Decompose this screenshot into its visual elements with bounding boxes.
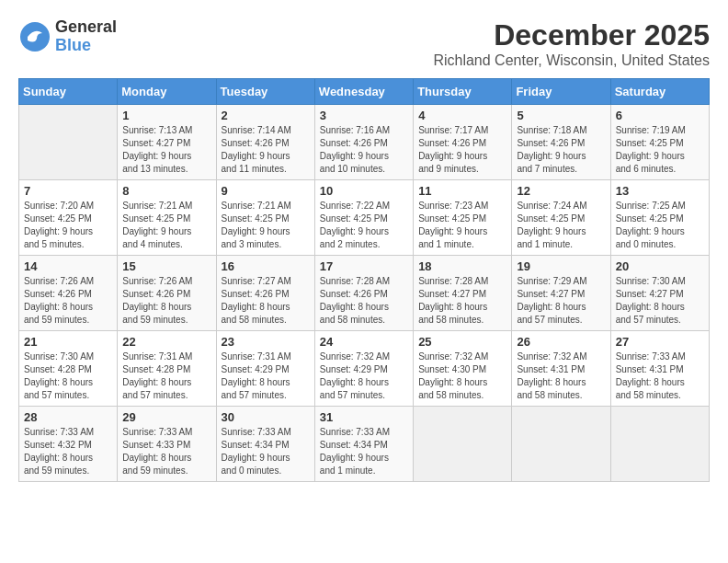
calendar-cell: 9Sunrise: 7:21 AM Sunset: 4:25 PM Daylig…	[216, 180, 314, 256]
day-number: 17	[320, 259, 408, 273]
header-day-monday: Monday	[118, 79, 216, 105]
calendar-body: 1Sunrise: 7:13 AM Sunset: 4:27 PM Daylig…	[19, 105, 710, 482]
day-info: Sunrise: 7:28 AM Sunset: 4:26 PM Dayligh…	[320, 275, 408, 327]
calendar-header: SundayMondayTuesdayWednesdayThursdayFrid…	[19, 79, 710, 105]
calendar-week-3: 14Sunrise: 7:26 AM Sunset: 4:26 PM Dayli…	[19, 256, 710, 331]
day-info: Sunrise: 7:32 AM Sunset: 4:31 PM Dayligh…	[517, 350, 605, 402]
day-info: Sunrise: 7:27 AM Sunset: 4:26 PM Dayligh…	[222, 275, 310, 327]
day-number: 16	[222, 259, 310, 273]
calendar-week-4: 21Sunrise: 7:30 AM Sunset: 4:28 PM Dayli…	[19, 331, 710, 407]
day-number: 24	[320, 335, 408, 349]
calendar-cell: 24Sunrise: 7:32 AM Sunset: 4:29 PM Dayli…	[314, 331, 413, 407]
calendar-cell: 21Sunrise: 7:30 AM Sunset: 4:28 PM Dayli…	[19, 331, 118, 407]
day-info: Sunrise: 7:30 AM Sunset: 4:28 PM Dayligh…	[24, 350, 112, 402]
logo-icon	[18, 20, 51, 53]
calendar-cell: 1Sunrise: 7:13 AM Sunset: 4:27 PM Daylig…	[118, 105, 216, 180]
day-number: 25	[418, 335, 506, 349]
day-info: Sunrise: 7:32 AM Sunset: 4:29 PM Dayligh…	[320, 350, 408, 402]
calendar-cell: 20Sunrise: 7:30 AM Sunset: 4:27 PM Dayli…	[610, 256, 709, 331]
day-number: 8	[122, 184, 210, 198]
title-section: December 2025 Richland Center, Wisconsin…	[433, 18, 710, 69]
day-info: Sunrise: 7:26 AM Sunset: 4:26 PM Dayligh…	[122, 275, 210, 327]
header-row: SundayMondayTuesdayWednesdayThursdayFrid…	[19, 79, 710, 105]
day-number: 11	[418, 184, 506, 198]
day-number: 2	[222, 109, 310, 122]
day-info: Sunrise: 7:19 AM Sunset: 4:25 PM Dayligh…	[616, 124, 704, 176]
day-number: 30	[222, 410, 310, 424]
calendar-cell: 16Sunrise: 7:27 AM Sunset: 4:26 PM Dayli…	[216, 256, 314, 331]
calendar-cell: 18Sunrise: 7:28 AM Sunset: 4:27 PM Dayli…	[414, 256, 512, 331]
day-number: 20	[616, 259, 704, 273]
calendar-cell: 13Sunrise: 7:25 AM Sunset: 4:25 PM Dayli…	[610, 180, 709, 256]
day-number: 18	[418, 259, 506, 273]
day-info: Sunrise: 7:28 AM Sunset: 4:27 PM Dayligh…	[418, 275, 506, 327]
calendar-cell: 25Sunrise: 7:32 AM Sunset: 4:30 PM Dayli…	[414, 331, 512, 407]
day-info: Sunrise: 7:21 AM Sunset: 4:25 PM Dayligh…	[122, 200, 210, 251]
calendar-cell: 27Sunrise: 7:33 AM Sunset: 4:31 PM Dayli…	[610, 331, 709, 407]
calendar-cell: 12Sunrise: 7:24 AM Sunset: 4:25 PM Dayli…	[512, 180, 610, 256]
day-number: 27	[616, 335, 704, 349]
header-day-saturday: Saturday	[610, 79, 709, 105]
day-number: 4	[418, 109, 506, 122]
day-number: 9	[222, 184, 310, 198]
day-number: 22	[122, 335, 210, 349]
day-info: Sunrise: 7:33 AM Sunset: 4:33 PM Dayligh…	[122, 426, 210, 477]
day-number: 28	[24, 410, 112, 424]
day-number: 23	[222, 335, 310, 349]
day-info: Sunrise: 7:29 AM Sunset: 4:27 PM Dayligh…	[517, 275, 605, 327]
day-info: Sunrise: 7:21 AM Sunset: 4:25 PM Dayligh…	[222, 200, 310, 251]
day-number: 31	[320, 410, 408, 424]
calendar-cell: 28Sunrise: 7:33 AM Sunset: 4:32 PM Dayli…	[19, 407, 118, 482]
logo-blue-label: Blue	[55, 37, 117, 55]
day-info: Sunrise: 7:22 AM Sunset: 4:25 PM Dayligh…	[320, 200, 408, 251]
logo: General Blue	[18, 18, 117, 55]
day-number: 14	[24, 259, 112, 273]
header-day-tuesday: Tuesday	[216, 79, 314, 105]
header-day-sunday: Sunday	[19, 79, 118, 105]
day-number: 12	[517, 184, 605, 198]
day-number: 26	[517, 335, 605, 349]
day-number: 15	[122, 259, 210, 273]
calendar-cell: 22Sunrise: 7:31 AM Sunset: 4:28 PM Dayli…	[118, 331, 216, 407]
calendar-cell: 5Sunrise: 7:18 AM Sunset: 4:26 PM Daylig…	[512, 105, 610, 180]
calendar-cell: 30Sunrise: 7:33 AM Sunset: 4:34 PM Dayli…	[216, 407, 314, 482]
calendar-cell: 14Sunrise: 7:26 AM Sunset: 4:26 PM Dayli…	[19, 256, 118, 331]
calendar-cell: 11Sunrise: 7:23 AM Sunset: 4:25 PM Dayli…	[414, 180, 512, 256]
day-info: Sunrise: 7:16 AM Sunset: 4:26 PM Dayligh…	[320, 124, 408, 176]
day-info: Sunrise: 7:23 AM Sunset: 4:25 PM Dayligh…	[418, 200, 506, 251]
day-info: Sunrise: 7:20 AM Sunset: 4:25 PM Dayligh…	[24, 200, 112, 251]
day-info: Sunrise: 7:17 AM Sunset: 4:26 PM Dayligh…	[418, 124, 506, 176]
day-info: Sunrise: 7:33 AM Sunset: 4:34 PM Dayligh…	[222, 426, 310, 477]
location-label: Richland Center, Wisconsin, United State…	[433, 52, 710, 69]
day-number: 10	[320, 184, 408, 198]
calendar-cell: 17Sunrise: 7:28 AM Sunset: 4:26 PM Dayli…	[314, 256, 413, 331]
day-info: Sunrise: 7:18 AM Sunset: 4:26 PM Dayligh…	[517, 124, 605, 176]
day-number: 7	[24, 184, 112, 198]
day-info: Sunrise: 7:32 AM Sunset: 4:30 PM Dayligh…	[418, 350, 506, 402]
calendar-cell: 4Sunrise: 7:17 AM Sunset: 4:26 PM Daylig…	[414, 105, 512, 180]
day-number: 1	[122, 109, 210, 122]
day-number: 19	[517, 259, 605, 273]
day-info: Sunrise: 7:25 AM Sunset: 4:25 PM Dayligh…	[616, 200, 704, 251]
day-info: Sunrise: 7:26 AM Sunset: 4:26 PM Dayligh…	[24, 275, 112, 327]
calendar-cell: 7Sunrise: 7:20 AM Sunset: 4:25 PM Daylig…	[19, 180, 118, 256]
logo-general-label: General	[55, 18, 117, 37]
header-day-wednesday: Wednesday	[314, 79, 413, 105]
day-number: 13	[616, 184, 704, 198]
calendar-cell: 6Sunrise: 7:19 AM Sunset: 4:25 PM Daylig…	[610, 105, 709, 180]
day-info: Sunrise: 7:31 AM Sunset: 4:28 PM Dayligh…	[122, 350, 210, 402]
day-number: 29	[122, 410, 210, 424]
calendar-cell	[610, 407, 709, 482]
calendar-week-1: 1Sunrise: 7:13 AM Sunset: 4:27 PM Daylig…	[19, 105, 710, 180]
calendar-cell	[512, 407, 610, 482]
calendar-table: SundayMondayTuesdayWednesdayThursdayFrid…	[18, 78, 710, 482]
calendar-cell	[414, 407, 512, 482]
day-info: Sunrise: 7:33 AM Sunset: 4:34 PM Dayligh…	[320, 426, 408, 477]
calendar-cell: 19Sunrise: 7:29 AM Sunset: 4:27 PM Dayli…	[512, 256, 610, 331]
month-year-title: December 2025	[433, 18, 710, 52]
day-info: Sunrise: 7:30 AM Sunset: 4:27 PM Dayligh…	[616, 275, 704, 327]
calendar-cell: 26Sunrise: 7:32 AM Sunset: 4:31 PM Dayli…	[512, 331, 610, 407]
calendar-cell: 15Sunrise: 7:26 AM Sunset: 4:26 PM Dayli…	[118, 256, 216, 331]
day-info: Sunrise: 7:24 AM Sunset: 4:25 PM Dayligh…	[517, 200, 605, 251]
calendar-week-2: 7Sunrise: 7:20 AM Sunset: 4:25 PM Daylig…	[19, 180, 710, 256]
